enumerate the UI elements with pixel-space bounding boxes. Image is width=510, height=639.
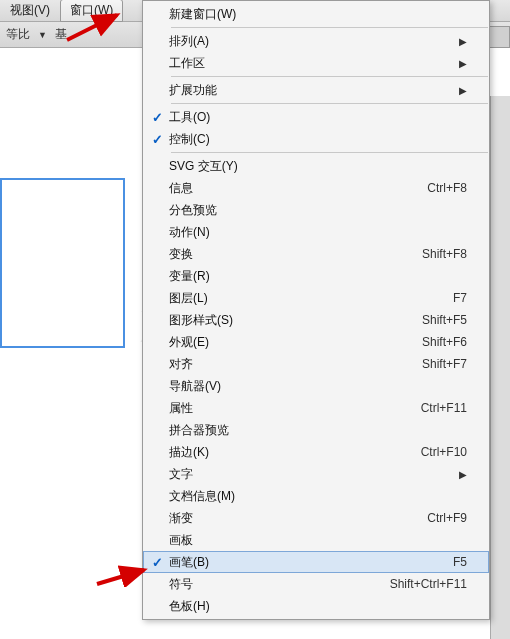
menu-item-label: 图层(L) <box>169 290 443 307</box>
submenu-arrow-icon: ▶ <box>459 36 467 47</box>
menu-item-label: 文字 <box>169 466 449 483</box>
menu-shortcut: Shift+F6 <box>422 335 467 349</box>
check-column: ✓ <box>145 110 169 125</box>
toolbar-dropdown-icon[interactable]: ▼ <box>38 30 47 40</box>
menu-separator <box>171 76 488 77</box>
menu-item[interactable]: 排列(A)▶ <box>143 30 489 52</box>
menu-item-label: 控制(C) <box>169 131 467 148</box>
menu-shortcut: Shift+Ctrl+F11 <box>390 577 467 591</box>
menu-item-label: 外观(E) <box>169 334 412 351</box>
svg-line-1 <box>97 570 144 584</box>
menu-item-label: 渐变 <box>169 510 417 527</box>
toolbar-ratio-label: 等比 <box>6 26 30 43</box>
menu-shortcut: Shift+F5 <box>422 313 467 327</box>
menu-item[interactable]: 符号Shift+Ctrl+F11 <box>143 573 489 595</box>
menu-item-label: 动作(N) <box>169 224 467 241</box>
menu-item-label: 变量(R) <box>169 268 467 285</box>
menu-item-label: 导航器(V) <box>169 378 467 395</box>
check-column: ✓ <box>145 132 169 147</box>
menu-item-label: 拼合器预览 <box>169 422 467 439</box>
menu-item[interactable]: ✓画笔(B)F5 <box>143 551 489 573</box>
menu-shortcut: F7 <box>453 291 467 305</box>
menu-separator <box>171 152 488 153</box>
menu-shortcut: Shift+F8 <box>422 247 467 261</box>
menu-item[interactable]: 描边(K)Ctrl+F10 <box>143 441 489 463</box>
menu-item[interactable]: 属性Ctrl+F11 <box>143 397 489 419</box>
menu-item[interactable]: 外观(E)Shift+F6 <box>143 331 489 353</box>
menu-separator <box>171 27 488 28</box>
menu-item[interactable]: 信息Ctrl+F8 <box>143 177 489 199</box>
menu-view[interactable]: 视图(V) <box>0 0 60 22</box>
menu-item-label: 变换 <box>169 246 412 263</box>
menu-item-label: 分色预览 <box>169 202 467 219</box>
menu-item[interactable]: 色板(H) <box>143 595 489 617</box>
menu-item[interactable]: 工作区▶ <box>143 52 489 74</box>
menu-item-label: 新建窗口(W) <box>169 6 467 23</box>
menu-shortcut: F5 <box>453 555 467 569</box>
menu-item-label: 图形样式(S) <box>169 312 412 329</box>
submenu-arrow-icon: ▶ <box>459 469 467 480</box>
check-icon: ✓ <box>152 132 163 147</box>
menu-item-label: 符号 <box>169 576 380 593</box>
window-dropdown-menu: 新建窗口(W)排列(A)▶工作区▶扩展功能▶✓工具(O)✓控制(C)SVG 交互… <box>142 0 490 620</box>
menu-item[interactable]: 文字▶ <box>143 463 489 485</box>
check-icon: ✓ <box>152 110 163 125</box>
panel-icon-strip[interactable] <box>488 26 510 48</box>
menu-item-label: 工作区 <box>169 55 449 72</box>
menu-item-label: 画笔(B) <box>169 554 443 571</box>
menu-item-label: 工具(O) <box>169 109 467 126</box>
menu-item[interactable]: 画板 <box>143 529 489 551</box>
menu-item[interactable]: 变量(R) <box>143 265 489 287</box>
menu-item[interactable]: 对齐Shift+F7 <box>143 353 489 375</box>
right-panel-dock[interactable] <box>490 96 510 639</box>
menu-item[interactable]: 变换Shift+F8 <box>143 243 489 265</box>
menu-item[interactable]: 分色预览 <box>143 199 489 221</box>
svg-line-0 <box>67 15 117 40</box>
menu-item[interactable]: 图层(L)F7 <box>143 287 489 309</box>
menu-item-label: 色板(H) <box>169 598 467 615</box>
menu-item-label: 文档信息(M) <box>169 488 467 505</box>
submenu-arrow-icon: ▶ <box>459 58 467 69</box>
menu-item[interactable]: 动作(N) <box>143 221 489 243</box>
menu-item[interactable]: 拼合器预览 <box>143 419 489 441</box>
menu-item-label: 扩展功能 <box>169 82 449 99</box>
submenu-arrow-icon: ▶ <box>459 85 467 96</box>
annotation-arrow-bottom <box>94 565 154 587</box>
menu-item-label: 属性 <box>169 400 411 417</box>
menu-item-label: 画板 <box>169 532 467 549</box>
menu-item-label: 对齐 <box>169 356 412 373</box>
menu-separator <box>171 103 488 104</box>
menu-item[interactable]: 渐变Ctrl+F9 <box>143 507 489 529</box>
selection-rectangle[interactable] <box>0 178 125 348</box>
menu-item-label: 描边(K) <box>169 444 411 461</box>
menu-shortcut: Shift+F7 <box>422 357 467 371</box>
menu-item[interactable]: 扩展功能▶ <box>143 79 489 101</box>
menu-item[interactable]: ✓控制(C) <box>143 128 489 150</box>
menu-item-label: SVG 交互(Y) <box>169 158 467 175</box>
menu-item[interactable]: 新建窗口(W) <box>143 3 489 25</box>
menu-item-label: 信息 <box>169 180 417 197</box>
menu-shortcut: Ctrl+F11 <box>421 401 467 415</box>
menu-item[interactable]: 文档信息(M) <box>143 485 489 507</box>
annotation-arrow-top <box>62 12 132 42</box>
menu-item-label: 排列(A) <box>169 33 449 50</box>
menu-item[interactable]: ✓工具(O) <box>143 106 489 128</box>
menu-shortcut: Ctrl+F8 <box>427 181 467 195</box>
menu-shortcut: Ctrl+F10 <box>421 445 467 459</box>
menu-item[interactable]: 导航器(V) <box>143 375 489 397</box>
menu-shortcut: Ctrl+F9 <box>427 511 467 525</box>
menu-item[interactable]: SVG 交互(Y) <box>143 155 489 177</box>
menu-item[interactable]: 图形样式(S)Shift+F5 <box>143 309 489 331</box>
